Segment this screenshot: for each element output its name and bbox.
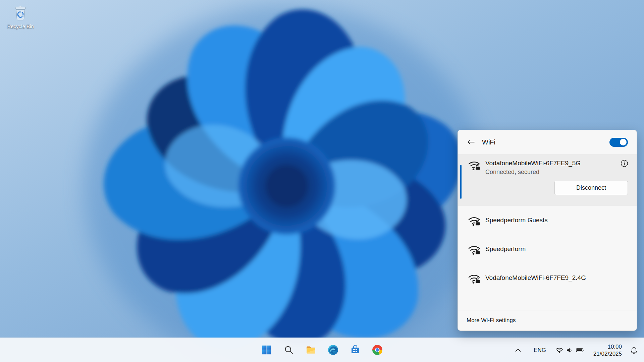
notification-center-button[interactable] [627,342,641,358]
windows-start-icon [261,345,272,355]
wifi-panel-footer: More Wi-Fi settings [458,310,637,330]
hidden-icons-button[interactable] [512,343,524,358]
wifi-icon [555,347,563,353]
network-item[interactable]: VodafoneMobileWiFi-6F7FE9_2.4G [458,263,637,292]
taskbar: ENG 10:00 [0,338,644,362]
volume-icon [566,347,573,353]
clock-time: 10:00 [593,343,622,350]
wifi-secured-icon [468,160,480,171]
info-icon [621,160,628,167]
desktop: Recycle Bin WiFi VodafoneMobileWiFi-6F7F… [0,0,644,362]
language-indicator[interactable]: ENG [529,343,550,357]
disconnect-button[interactable]: Disconnect [554,181,628,195]
network-ssid: VodafoneMobileWiFi-6F7FE9_2.4G [485,274,586,282]
selection-indicator [460,165,462,199]
panel-title: WiFi [482,138,605,146]
edge-icon [327,344,339,356]
connected-status: Connected, secured [485,168,613,176]
network-ssid: Speedperform Guests [485,217,548,224]
start-button[interactable] [259,342,275,358]
wifi-toggle[interactable] [609,138,628,147]
chrome-button[interactable] [369,342,385,358]
recycle-bin-label: Recycle Bin [7,23,34,29]
quick-settings-button[interactable] [552,343,588,357]
store-bag-icon [350,345,361,355]
recycle-bin-icon [11,4,30,22]
search-icon [283,345,294,355]
connected-ssid: VodafoneMobileWiFi-6F7FE9_5G [485,159,613,168]
network-item[interactable]: Speedperform [458,235,637,263]
file-explorer-button[interactable] [303,342,319,358]
wifi-secured-icon [468,245,480,255]
back-button[interactable] [465,136,477,148]
network-ssid: Speedperform [485,245,526,253]
search-button[interactable] [281,342,297,358]
network-properties-button[interactable] [619,158,630,169]
network-list: Speedperform Guests Speedperform Vodafon… [458,206,637,292]
wifi-secured-icon [468,216,480,226]
edge-button[interactable] [325,342,341,358]
folder-icon [305,344,317,356]
clock-date: 21/02/2025 [593,350,622,357]
taskbar-center-icons [259,342,385,358]
wifi-secured-icon [468,274,480,284]
wifi-flyout-panel: WiFi VodafoneMobileWiFi-6F7FE9_5G Connec… [458,130,637,331]
bell-icon [630,347,638,354]
chrome-icon [372,344,383,356]
more-wifi-settings-link[interactable]: More Wi-Fi settings [458,310,637,330]
back-arrow-icon [468,140,475,144]
connected-network-item[interactable]: VodafoneMobileWiFi-6F7FE9_5G Connected, … [458,154,637,206]
chevron-up-icon [515,349,521,352]
battery-icon [576,348,584,353]
recycle-bin[interactable]: Recycle Bin [4,4,37,29]
network-item[interactable]: Speedperform Guests [458,206,637,235]
taskbar-system-tray: ENG 10:00 [512,338,641,362]
wifi-toggle-knob [620,139,627,145]
clock[interactable]: 10:00 21/02/2025 [589,341,626,359]
wifi-panel-header: WiFi [458,130,637,154]
microsoft-store-button[interactable] [347,342,363,358]
